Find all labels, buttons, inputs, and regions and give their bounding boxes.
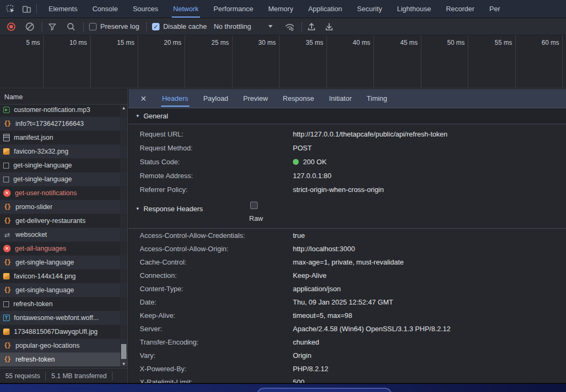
toolbar-divider bbox=[301, 22, 302, 31]
inspect-cursor-icon[interactable] bbox=[5, 4, 16, 14]
request-name: get-single-language bbox=[13, 175, 72, 183]
timeline-tick-label: 5 ms bbox=[0, 39, 40, 46]
header-row: Server:Apache/2.4.58 (Win64) OpenSSL/3.1… bbox=[129, 322, 566, 335]
detail-tab-initiator[interactable]: Initiator bbox=[322, 89, 360, 108]
timeline-gridline bbox=[326, 35, 327, 88]
clear-icon[interactable] bbox=[25, 22, 35, 31]
timeline-tick-label: 25 ms bbox=[186, 39, 229, 46]
xhr-icon: {} bbox=[3, 259, 11, 267]
detail-tabs-container: HeadersPayloadPreviewResponseInitiatorTi… bbox=[155, 89, 395, 108]
plain-request-icon bbox=[3, 163, 9, 169]
request-list-scrollbar[interactable]: ▲ ▼ bbox=[120, 105, 127, 368]
tab-security[interactable]: Security bbox=[349, 0, 389, 18]
tab-elements[interactable]: Elements bbox=[41, 0, 85, 18]
detail-tab-timing[interactable]: Timing bbox=[359, 89, 395, 108]
disable-cache-checkbox[interactable]: ✓ bbox=[152, 23, 160, 30]
header-value: POST bbox=[293, 144, 312, 152]
request-name: websocket bbox=[15, 231, 47, 238]
header-row: Status Code:200 OK bbox=[129, 155, 566, 169]
detail-tab-response[interactable]: Response bbox=[275, 89, 322, 108]
request-row[interactable]: {}info?t=1736427166643 bbox=[0, 117, 127, 131]
scroll-up-icon[interactable]: ▲ bbox=[120, 105, 127, 112]
preserve-log-checkbox[interactable] bbox=[89, 23, 97, 30]
image-icon bbox=[3, 148, 10, 155]
throttling-select[interactable]: No throttling bbox=[214, 22, 251, 30]
import-har-icon[interactable] bbox=[307, 22, 316, 31]
header-row: Access-Control-Allow-Origin:http://local… bbox=[129, 242, 566, 255]
network-overview-timeline[interactable]: 5 ms10 ms15 ms20 ms25 ms30 ms35 ms40 ms4… bbox=[0, 35, 566, 89]
request-row[interactable]: favicon-144x144.png bbox=[0, 269, 127, 283]
scrollbar-thumb[interactable] bbox=[121, 344, 126, 359]
chevron-down-icon[interactable] bbox=[268, 25, 273, 28]
status-divider bbox=[112, 372, 113, 380]
tab-console[interactable]: Console bbox=[85, 0, 125, 18]
request-row[interactable]: ✕get-all-languages bbox=[0, 242, 127, 255]
request-row[interactable]: {}get-single-language bbox=[0, 255, 127, 269]
request-row[interactable]: get-single-language bbox=[0, 172, 127, 186]
timeline-gridline bbox=[373, 35, 374, 88]
header-value: max-age=1, private, must-revalidate bbox=[293, 258, 404, 266]
request-row[interactable]: favicon-32x32.png bbox=[0, 145, 127, 158]
close-icon[interactable]: ✕ bbox=[129, 94, 155, 103]
tab-recorder[interactable]: Recorder bbox=[439, 0, 482, 18]
search-icon[interactable] bbox=[66, 22, 76, 31]
general-rows: Request URL:http://127.0.0.1/thetapcafe/… bbox=[129, 124, 566, 197]
response-headers-title[interactable]: ▼ Response Headers bbox=[135, 205, 203, 213]
header-value: chunked bbox=[293, 338, 319, 346]
request-row[interactable]: manifest.json bbox=[0, 131, 127, 145]
detail-tab-payload[interactable]: Payload bbox=[196, 89, 236, 108]
record-icon[interactable] bbox=[6, 22, 16, 31]
network-conditions-icon[interactable] bbox=[284, 22, 295, 31]
header-row: Access-Control-Allow-Credentials:true bbox=[129, 229, 566, 242]
tab-memory[interactable]: Memory bbox=[261, 0, 301, 18]
xhr-icon: {} bbox=[3, 356, 11, 364]
request-row[interactable]: ✕get-user-notifications bbox=[0, 186, 127, 200]
network-status-bar: 55 requests 5.1 MB transferred bbox=[0, 368, 127, 383]
xhr-icon: {} bbox=[3, 203, 11, 211]
devtools-window: { "top_bar": { "icons": ["inspect-cursor… bbox=[0, 0, 566, 392]
request-row[interactable]: {}popular-geo-locations bbox=[0, 339, 127, 353]
request-row[interactable]: ▶customer-notification.mp3 bbox=[0, 105, 127, 117]
tab-lighthouse[interactable]: Lighthouse bbox=[389, 0, 439, 18]
tab-per[interactable]: Per bbox=[482, 0, 507, 18]
disable-cache-label: Disable cache bbox=[163, 22, 207, 30]
detail-tab-headers[interactable]: Headers bbox=[155, 89, 196, 108]
raw-toggle-checkbox[interactable] bbox=[250, 202, 258, 209]
name-column-header[interactable]: Name bbox=[0, 89, 127, 105]
devtools-main-tab-bar: ElementsConsoleSourcesNetworkPerformance… bbox=[0, 0, 566, 18]
timeline-tick-label: 50 ms bbox=[422, 39, 465, 46]
general-section-header[interactable]: ▼ General bbox=[129, 108, 566, 124]
request-row[interactable]: {}get-single-language bbox=[0, 283, 127, 297]
triangle-down-icon: ▼ bbox=[135, 206, 140, 211]
header-name: Access-Control-Allow-Origin: bbox=[129, 245, 293, 253]
request-row[interactable]: refresh-token bbox=[0, 297, 127, 311]
timeline-tick-label: 35 ms bbox=[281, 39, 323, 46]
tab-network[interactable]: Network bbox=[166, 0, 206, 18]
device-toolbar-icon[interactable] bbox=[21, 4, 32, 14]
scroll-down-icon[interactable]: ▼ bbox=[120, 361, 127, 368]
filter-icon[interactable] bbox=[47, 22, 57, 31]
plain-request-icon bbox=[3, 301, 9, 307]
header-row: Connection:Keep-Alive bbox=[129, 269, 566, 282]
header-name: Request URL: bbox=[129, 130, 293, 138]
request-name: favicon-32x32.png bbox=[14, 148, 68, 155]
main-tabs-container: ElementsConsoleSourcesNetworkPerformance… bbox=[41, 0, 566, 18]
request-row[interactable]: get-single-language bbox=[0, 158, 127, 172]
tab-performance[interactable]: Performance bbox=[206, 0, 260, 18]
request-name: get-user-notifications bbox=[15, 189, 77, 197]
header-value: Thu, 09 Jan 2025 12:52:47 GMT bbox=[293, 298, 393, 306]
media-icon: ▶ bbox=[3, 107, 10, 113]
header-name: Keep-Alive: bbox=[129, 311, 293, 319]
page-background-element bbox=[257, 388, 392, 392]
request-row[interactable]: {}get-delivery-restaurants bbox=[0, 214, 127, 228]
detail-tab-preview[interactable]: Preview bbox=[236, 89, 275, 108]
tab-application[interactable]: Application bbox=[301, 0, 350, 18]
request-row[interactable]: ⇄websocket bbox=[0, 228, 127, 242]
header-row: X-Powered-By:PHP/8.2.12 bbox=[129, 362, 566, 375]
request-row[interactable]: 17348815067DawyqpUfl.jpg bbox=[0, 325, 127, 339]
export-har-icon[interactable] bbox=[324, 22, 334, 31]
request-row[interactable]: {}promo-slider bbox=[0, 200, 127, 214]
request-row[interactable]: {}refresh-token bbox=[0, 353, 127, 366]
tab-sources[interactable]: Sources bbox=[125, 0, 166, 18]
request-row[interactable]: Tfontawesome-webfont.woff... bbox=[0, 311, 127, 325]
